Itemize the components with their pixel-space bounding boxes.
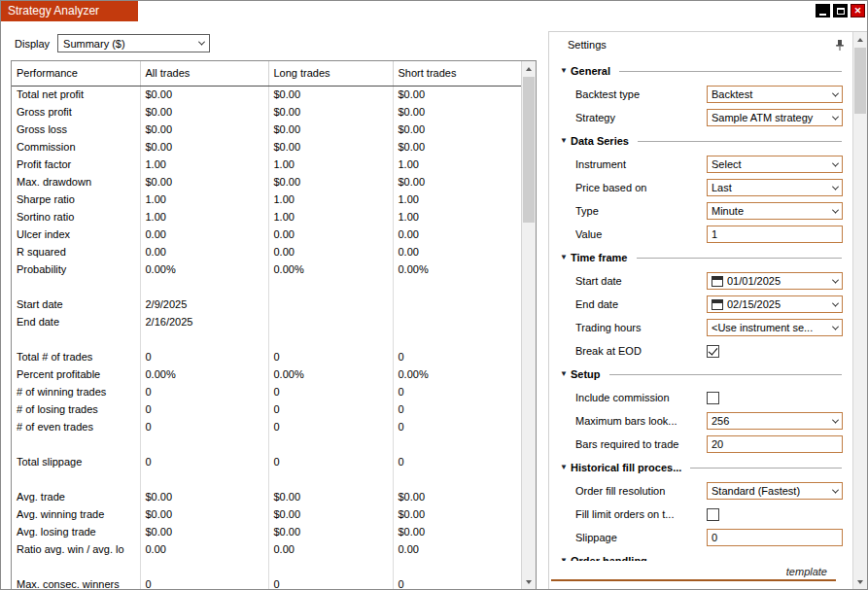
bars-required-to-trade-input[interactable]	[707, 435, 843, 453]
slippage-input[interactable]	[707, 529, 843, 546]
setting-label: Price based on	[575, 182, 707, 193]
collapse-triangle-icon[interactable]: ▼	[560, 370, 571, 378]
value-input[interactable]	[707, 226, 843, 243]
column-header-performance[interactable]: Performance	[12, 61, 140, 86]
start-date-dropdown[interactable]: 01/01/2025	[707, 272, 843, 290]
price-based-on-dropdown[interactable]: Last	[707, 179, 843, 196]
type-dropdown[interactable]: Minute	[707, 202, 843, 220]
row-value: 0.00%	[393, 365, 521, 383]
section-setup: ▼Setup	[549, 363, 852, 386]
row-value	[268, 330, 393, 348]
setting-row-break-at-eod: Break at EOD	[549, 339, 852, 363]
collapse-triangle-icon[interactable]: ▼	[560, 67, 571, 75]
row-value: 0.00%	[393, 260, 521, 278]
row-value	[393, 295, 521, 313]
row-value	[140, 558, 268, 575]
arrow-down-icon	[857, 580, 863, 584]
row-value: 1.00	[268, 208, 393, 226]
table-row: Avg. losing trade$0.00$0.00$0.00	[12, 523, 521, 540]
chevron-down-icon	[832, 159, 839, 166]
scroll-down-button[interactable]	[522, 574, 536, 589]
row-value: $0.00	[393, 505, 521, 523]
trading-hours-dropdown[interactable]: <Use instrument se...	[707, 319, 843, 336]
scrollbar-thumb[interactable]	[854, 48, 866, 114]
backtest-type-dropdown[interactable]: Backtest	[707, 86, 843, 103]
row-value	[393, 558, 521, 575]
row-value	[140, 470, 268, 488]
display-dropdown[interactable]: Summary ($)	[57, 34, 210, 52]
end-date-dropdown[interactable]: 02/15/2025	[707, 295, 843, 313]
maximum-bars-look-dropdown[interactable]: 256	[707, 412, 843, 430]
fill-limit-orders-on-t-checkbox[interactable]	[707, 508, 719, 521]
row-value: $0.00	[393, 173, 521, 191]
dropdown-value: Select	[712, 158, 828, 170]
section-divider	[637, 258, 843, 259]
order-fill-resolution-dropdown[interactable]: Standard (Fastest)	[707, 482, 843, 500]
row-value: 0.00	[140, 243, 268, 260]
row-value: 0.00%	[140, 365, 268, 383]
chevron-down-icon	[832, 89, 839, 96]
row-value: $0.00	[268, 86, 393, 103]
row-value: $0.00	[268, 103, 393, 121]
scrollbar-thumb[interactable]	[523, 77, 535, 223]
row-value: 0.00	[140, 226, 268, 243]
row-value: 1.00	[268, 191, 393, 208]
scroll-down-button[interactable]	[853, 574, 867, 589]
minimize-button[interactable]	[816, 4, 830, 17]
row-value: 0.00	[140, 540, 268, 558]
table-header-row: Performance All trades Long trades Short…	[12, 61, 521, 86]
window-controls: ✕	[816, 4, 865, 17]
row-value: 0.00%	[140, 260, 268, 278]
calendar-icon	[712, 276, 723, 287]
row-label: Avg. losing trade	[12, 523, 140, 540]
setting-row-maximum-bars-look: Maximum bars look...256	[549, 409, 852, 433]
row-value: 0	[393, 400, 521, 418]
dropdown-value: Minute	[712, 205, 828, 217]
row-label	[12, 330, 140, 348]
setting-label: Type	[575, 205, 707, 217]
column-header-all-trades[interactable]: All trades	[140, 61, 268, 86]
instrument-dropdown[interactable]: Select	[707, 156, 843, 173]
row-label: Sortino ratio	[12, 208, 140, 226]
collapse-triangle-icon[interactable]: ▼	[560, 557, 571, 561]
collapse-triangle-icon[interactable]: ▼	[560, 464, 571, 471]
include-commission-checkbox[interactable]	[707, 392, 719, 404]
collapse-triangle-icon[interactable]: ▼	[560, 254, 571, 261]
section-label: General	[571, 65, 610, 77]
setting-row-start-date: Start date01/01/2025	[549, 269, 852, 293]
close-button[interactable]: ✕	[851, 4, 865, 17]
row-value: $0.00	[268, 173, 393, 191]
chevron-down-icon	[832, 323, 839, 330]
section-data-series: ▼Data Series	[549, 129, 852, 153]
setting-row-price-based-on: Price based onLast	[549, 176, 852, 199]
row-value: $0.00	[140, 488, 268, 505]
table-row	[12, 278, 521, 295]
setting-row-instrument: InstrumentSelect	[549, 153, 852, 176]
scroll-up-button[interactable]	[522, 61, 536, 76]
section-divider	[609, 374, 842, 375]
pin-icon[interactable]	[835, 39, 845, 52]
row-label: Profit factor	[12, 156, 140, 173]
section-label: Order handling	[571, 555, 647, 561]
minimize-icon	[819, 14, 826, 16]
maximize-button[interactable]	[833, 4, 848, 17]
column-header-long-trades[interactable]: Long trades	[268, 61, 393, 86]
arrow-up-icon	[857, 38, 863, 42]
column-header-short-trades[interactable]: Short trades	[393, 61, 521, 86]
collapse-triangle-icon[interactable]: ▼	[560, 137, 571, 145]
row-label: Total slippage	[12, 453, 140, 470]
row-value: 0	[268, 348, 393, 365]
section-order-handling: ▼Order handling	[549, 549, 852, 561]
dropdown-value: <Use instrument se...	[712, 322, 828, 333]
table-row: Ratio avg. win / avg. lo0.000.000.00	[12, 540, 521, 558]
strategy-dropdown[interactable]: Sample ATM strategy	[707, 109, 843, 126]
chevron-down-icon	[832, 416, 839, 423]
row-value: 1.00	[268, 156, 393, 173]
row-value: $0.00	[268, 121, 393, 138]
table-scrollbar[interactable]	[521, 61, 536, 589]
scroll-up-button[interactable]	[853, 32, 867, 47]
break-at-eod-checkbox[interactable]	[707, 345, 719, 358]
table-row: # of winning trades000	[12, 383, 521, 400]
row-value	[393, 313, 521, 330]
settings-scrollbar[interactable]	[852, 32, 867, 589]
